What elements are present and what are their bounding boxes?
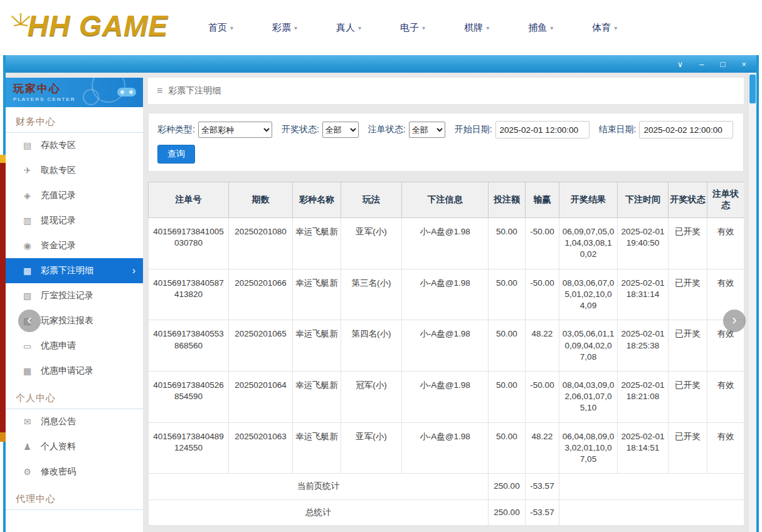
cell-playtype: 第三名(小) [341,269,402,320]
col-header-order-status: 注单状态 [707,182,744,218]
sidebar-item-label: 厅室投注记录 [41,290,93,301]
cell-order-status: 有效 [707,371,744,422]
start-date-input[interactable] [495,121,590,138]
breadcrumb: ≡ 彩票下注明细 [148,78,744,104]
nav-label: 捕鱼 [528,22,547,34]
order-status-label: 注单状态: [368,124,406,135]
sidebar: 玩家中心 PLAYERS CENTER 财务中心 ▤ 存款专区 ✈ 取款专区 [6,78,143,532]
cell-bet-amount: 50.00 [489,269,526,320]
cell-draw-status: 已开奖 [669,320,707,372]
cell-lottery-name: 幸运飞艇新 [293,269,341,320]
scrollbar-thumb[interactable] [749,75,756,103]
promo-apply-record-icon: ▩ [22,366,33,376]
search-button[interactable]: 查询 [157,145,195,164]
sidebar-item-change-password[interactable]: ⚙ 修改密码 [6,459,143,484]
sidebar-item-label: 资金记录 [41,240,76,251]
cell-playtype: 冠军(小) [341,371,402,422]
sidebar-item-promo-apply[interactable]: ▭ 优惠申请 [6,333,143,358]
chevron-down-icon: ▾ [294,24,297,31]
draw-status-select[interactable]: 全部 [322,122,359,138]
col-header-order-id: 注单号 [149,182,229,218]
sidebar-item-withdrawal-record[interactable]: ▥ 提现记录 [6,208,143,233]
decorative-circle [83,89,99,105]
nav-label: 首页 [208,22,227,34]
cell-order-id: 401569173841005030780 [149,218,229,269]
summary-row-current-page: 当前页统计 250.00 -53.57 [149,474,744,499]
col-header-bet-info: 下注信息 [402,182,489,218]
hamburger-icon[interactable]: ≡ [157,85,162,96]
cell-draw-status: 已开奖 [669,371,707,422]
sidebar-item-funds-record[interactable]: ◉ 资金记录 [6,233,143,258]
nav-item-live[interactable]: 真人 ▾ [336,22,361,34]
site-logo[interactable]: HH GAME [10,9,168,43]
sidebar-item-label: 个人资料 [41,441,76,452]
carousel-right-arrow[interactable]: › [723,310,746,332]
nav-item-sports[interactable]: 体育 ▾ [592,22,617,34]
carousel-left-arrow[interactable]: ‹ [18,310,41,332]
sidebar-item-label: 存款专区 [41,140,76,151]
lottery-type-select[interactable]: 全部彩种 [198,122,272,138]
sidebar-item-recharge-record[interactable]: ◈ 充值记录 [6,183,143,208]
cell-bet-amount: 50.00 [489,320,526,372]
summary-empty [559,474,744,499]
cell-bet-info: 小-A盘@1.98 [402,371,489,422]
sidebar-item-hall-bet-record[interactable]: ▧ 厅室投注记录 [6,283,143,308]
cell-bet-amount: 50.00 [489,218,526,269]
end-date-input[interactable] [639,121,733,138]
table-row: 401569173841005030780 20250201080 幸运飞艇新 … [149,218,744,269]
cell-winloss: -50.00 [526,371,559,422]
withdraw-icon: ✈ [22,165,33,175]
nav-label: 电子 [400,22,419,34]
edge-strip-accent [0,432,6,442]
withdrawal-record-icon: ▥ [22,216,33,226]
cell-bet-time: 2025-02-01 18:21:08 [618,371,669,422]
table-row: 401569173840553868560 20250201065 幸运飞艇新 … [149,320,744,372]
lottery-bet-detail-icon: ▦ [22,266,33,276]
cell-draw-result: 03,05,06,01,10,09,04,02,07,08 [559,320,618,372]
chevron-down-icon: ▾ [358,24,361,31]
nav-item-cards[interactable]: 棋牌 ▾ [464,22,489,34]
nav-item-fishing[interactable]: 捕鱼 ▾ [528,22,553,34]
sidebar-item-label: 彩票下注明细 [41,265,93,276]
cell-draw-result: 06,09,07,05,01,04,03,08,10,02 [559,218,618,269]
recharge-record-icon: ◈ [22,190,33,201]
cell-period: 20250201065 [229,320,293,372]
hall-bet-record-icon: ▧ [22,291,33,301]
order-status-select[interactable]: 全部 [409,122,445,138]
window-titlebar: ∨ – □ × [6,55,756,73]
filter-row: 彩种类型: 全部彩种 开奖状态: 全部 注单状态: 全部 开始日期: 结束日期: [157,121,734,138]
cell-order-id: 401569173840587413820 [149,269,229,320]
summary-label: 当前页统计 [149,474,489,499]
nav-item-home[interactable]: 首页 ▾ [208,22,233,34]
background-edge-strip [0,155,6,442]
cell-lottery-name: 幸运飞艇新 [293,422,341,474]
cell-draw-status: 已开奖 [669,218,707,269]
cell-period: 20250201063 [229,422,293,474]
col-header-period: 期数 [229,182,293,218]
window-close-button[interactable]: × [741,60,746,68]
vertical-scrollbar[interactable] [748,73,756,532]
summary-winloss: -53.57 [526,474,559,499]
page-title: 彩票下注明细 [168,85,221,96]
sidebar-item-profile[interactable]: ♟ 个人资料 [6,434,143,459]
window-collapse-button[interactable]: ∨ [677,60,684,68]
cell-bet-amount: 50.00 [489,371,526,422]
sidebar-item-deposit[interactable]: ▤ 存款专区 [6,133,143,158]
arrow-right-icon: › [132,265,135,276]
sidebar-item-withdraw[interactable]: ✈ 取款专区 [6,158,143,183]
nav-item-lottery[interactable]: 彩票 ▾ [272,22,297,34]
sidebar-item-messages[interactable]: ✉ 消息公告 [6,409,143,434]
sidebar-item-promo-apply-record[interactable]: ▩ 优惠申请记录 [6,358,143,383]
sidebar-item-label: 充值记录 [41,190,76,201]
sidebar-item-lottery-bet-detail[interactable]: ▦ 彩票下注明细 › [6,258,143,283]
summary-empty [559,499,744,525]
top-nav: 首页 ▾ 彩票 ▾ 真人 ▾ 电子 ▾ 棋牌 ▾ 捕鱼 ▾ 体育 ▾ [208,0,617,55]
nav-item-slots[interactable]: 电子 ▾ [400,22,425,34]
window-maximize-button[interactable]: □ [721,60,726,68]
window-minimize-button[interactable]: – [699,60,704,68]
table-row: 401569173840489124550 20250201063 幸运飞艇新 … [149,422,744,474]
cell-period: 20250201080 [229,218,293,269]
cell-order-id: 401569173840553868560 [149,320,229,372]
cell-period: 20250201066 [229,269,293,320]
cell-draw-result: 06,04,08,09,03,02,01,10,07,05 [559,422,618,474]
